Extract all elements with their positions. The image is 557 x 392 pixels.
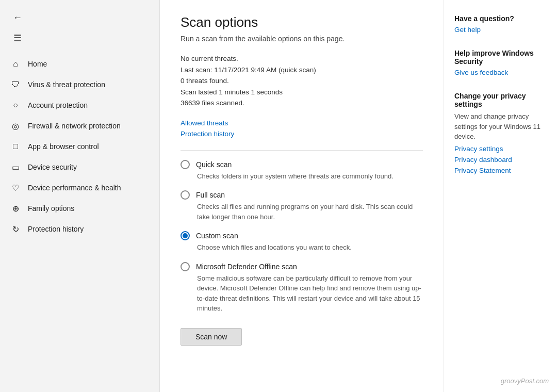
sidebar-label-protection-history: Protection history [28, 225, 84, 233]
scan-options-list: Quick scanChecks folders in your system … [181, 160, 423, 314]
right-panel-link[interactable]: Privacy dashboard [454, 156, 547, 164]
menu-button[interactable]: ☰ [8, 29, 27, 47]
sidebar-item-family[interactable]: ⊕Family options [2, 198, 157, 219]
app-browser-icon: □ [10, 141, 21, 152]
scan-option-name-full-scan: Full scan [196, 191, 225, 199]
sidebar-item-home[interactable]: ⌂Home [2, 54, 157, 74]
right-section-desc: View and change privacy settings for you… [454, 111, 547, 142]
sidebar-label-device-security: Device security [28, 163, 77, 171]
scan-option-name-quick-scan: Quick scan [196, 160, 232, 169]
right-section: Change your privacy settingsView and cha… [454, 92, 547, 177]
scan-option-name-offline-scan: Microsoft Defender Offline scan [196, 263, 297, 271]
scan-option-desc-full-scan: Checks all files and running programs on… [197, 202, 423, 222]
device-security-icon: ▭ [10, 162, 21, 172]
main-content: Scan options Run a scan from the availab… [160, 0, 444, 392]
sidebar-item-protection-history[interactable]: ↻Protection history [2, 219, 157, 239]
sidebar-label-device-perf: Device performance & health [28, 184, 121, 192]
radio-full-scan[interactable] [181, 190, 190, 200]
virus-icon: 🛡 [10, 79, 21, 90]
right-panel-link[interactable]: Give us feedback [454, 69, 547, 76]
sidebar-label-family: Family options [28, 204, 74, 213]
right-section-title: Change your privacy settings [454, 92, 547, 108]
scan-option-label-custom-scan[interactable]: Custom scan [181, 231, 423, 240]
page-title: Scan options [181, 14, 423, 30]
radio-quick-scan[interactable] [181, 160, 190, 169]
right-panel-link[interactable]: Privacy settings [454, 145, 547, 153]
scan-option-full-scan: Full scanChecks all files and running pr… [181, 190, 423, 222]
scan-option-custom-scan: Custom scanChoose which files and locati… [181, 231, 423, 253]
firewall-icon: ◎ [10, 121, 21, 131]
scan-option-label-quick-scan[interactable]: Quick scan [181, 160, 423, 169]
radio-offline-scan[interactable] [181, 262, 190, 271]
allowed-threats-link[interactable]: Allowed threats [181, 119, 423, 127]
scan-option-label-offline-scan[interactable]: Microsoft Defender Offline scan [181, 262, 423, 271]
scan-option-quick-scan: Quick scanChecks folders in your system … [181, 160, 423, 182]
right-section-title: Have a question? [454, 14, 547, 23]
right-section: Help improve Windows SecurityGive us fee… [454, 49, 547, 79]
right-section-title: Help improve Windows Security [454, 49, 547, 66]
sidebar-item-virus[interactable]: 🛡Virus & threat protection [2, 74, 157, 95]
sidebar: ← ☰ ⌂Home🛡Virus & threat protection○Acco… [0, 0, 160, 392]
status-line1: No current threats. [181, 53, 423, 64]
scan-option-name-custom-scan: Custom scan [196, 232, 238, 240]
sidebar-top-icons: ← ☰ [0, 4, 159, 50]
scan-status: No current threats. Last scan: 11/17/202… [181, 53, 423, 109]
scan-option-desc-offline-scan: Some malicious software can be particula… [197, 273, 423, 314]
protection-history-icon: ↻ [10, 224, 21, 234]
status-line5: 36639 files scanned. [181, 97, 423, 109]
right-panel: Have a question?Get helpHelp improve Win… [444, 0, 557, 392]
home-icon: ⌂ [10, 59, 21, 69]
device-perf-icon: ♡ [10, 183, 21, 193]
back-button[interactable]: ← [8, 8, 27, 27]
page-subtitle: Run a scan from the available options on… [181, 35, 423, 43]
family-icon: ⊕ [10, 203, 21, 214]
status-line2: Last scan: 11/17/2021 9:49 AM (quick sca… [181, 64, 423, 76]
scan-option-desc-quick-scan: Checks folders in your system where thre… [197, 171, 423, 182]
sidebar-nav: ⌂Home🛡Virus & threat protection○Account … [0, 54, 159, 392]
watermark: groovyPost.com [501, 377, 549, 385]
scan-option-label-full-scan[interactable]: Full scan [181, 190, 423, 200]
sidebar-label-account: Account protection [28, 101, 88, 109]
radio-custom-scan[interactable] [181, 231, 190, 240]
sidebar-label-home: Home [28, 60, 47, 68]
protection-history-link[interactable]: Protection history [181, 130, 423, 138]
scan-option-offline-scan: Microsoft Defender Offline scanSome mali… [181, 262, 423, 314]
sidebar-label-virus: Virus & threat protection [28, 80, 105, 89]
scan-option-desc-custom-scan: Choose which files and locations you wan… [197, 242, 423, 253]
account-icon: ○ [10, 100, 21, 110]
sidebar-item-firewall[interactable]: ◎Firewall & network protection [2, 116, 157, 136]
scan-now-button[interactable]: Scan now [181, 328, 242, 346]
sidebar-label-firewall: Firewall & network protection [28, 122, 121, 130]
right-panel-link[interactable]: Privacy Statement [454, 167, 547, 174]
sidebar-item-device-perf[interactable]: ♡Device performance & health [2, 177, 157, 198]
status-line4: Scan lasted 1 minutes 1 seconds [181, 87, 423, 98]
sidebar-item-device-security[interactable]: ▭Device security [2, 157, 157, 177]
status-line3: 0 threats found. [181, 75, 423, 87]
sidebar-item-account[interactable]: ○Account protection [2, 95, 157, 116]
divider [181, 150, 423, 151]
sidebar-label-app-browser: App & browser control [28, 142, 99, 151]
right-panel-link[interactable]: Get help [454, 26, 547, 34]
right-section: Have a question?Get help [454, 14, 547, 37]
sidebar-item-app-browser[interactable]: □App & browser control [2, 136, 157, 157]
